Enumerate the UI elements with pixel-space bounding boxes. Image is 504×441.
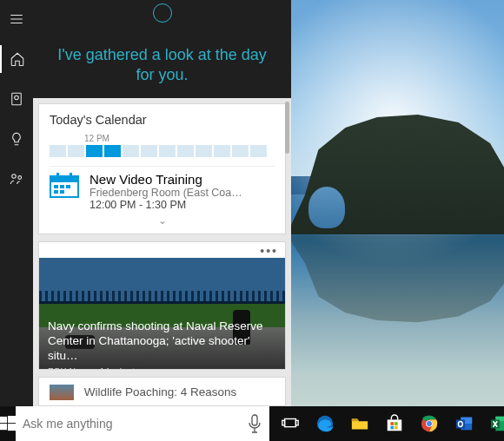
microphone-icon[interactable] [247,414,262,433]
outlook-app-icon[interactable] [452,411,476,436]
feed-scrollbar[interactable] [285,102,289,154]
timeline-hour-label: 12 PM [84,134,275,143]
svg-rect-20 [295,420,298,425]
calendar-event[interactable]: New Video Training Friedenberg Room (Eas… [50,166,275,211]
timeline-slot [232,145,249,157]
news-card-peek[interactable]: Wildlife Poaching: 4 Reasons [38,377,286,406]
calendar-icon [50,172,79,198]
event-title: New Video Training [90,172,242,187]
svg-rect-19 [282,420,285,425]
file-explorer-app-icon[interactable] [348,411,372,436]
svg-rect-18 [285,419,296,427]
timeline-slot [86,145,103,157]
svg-rect-6 [56,173,59,179]
svg-rect-0 [12,93,22,105]
timeline-slot [141,145,157,157]
rail-insights-button[interactable] [0,125,33,153]
taskbar-apps [269,406,504,441]
svg-rect-9 [60,185,64,188]
timeline-slot [104,145,121,157]
chrome-app-icon[interactable] [417,411,441,436]
wallpaper-feature [308,187,345,228]
svg-rect-7 [70,173,72,179]
excel-app-icon[interactable] [487,411,504,436]
news-meta: FOX News · 14 minutes ago [48,366,276,370]
calendar-card-title: Today's Calendar [50,113,275,127]
search-input[interactable] [23,417,247,431]
svg-rect-11 [54,190,58,194]
cortana-search-box[interactable] [16,406,269,441]
cortana-rail [0,0,33,406]
rail-feedback-button[interactable] [0,165,33,193]
edge-app-icon[interactable] [313,411,337,436]
store-app-icon[interactable] [382,411,407,436]
svg-point-29 [427,421,432,426]
cortana-greeting: I've gathered a look at the day for you. [33,30,291,98]
timeline-slot [177,145,194,157]
news-source: FOX News [48,366,92,370]
svg-rect-13 [0,417,7,423]
svg-rect-16 [8,424,16,431]
cortana-ring-icon [153,3,172,23]
news-peek-thumb [50,385,74,400]
cortana-panel: I've gathered a look at the day for you.… [0,0,291,406]
news-image: Navy confirms shooting at Naval Reserve … [39,258,285,370]
timeline-slot [50,145,66,157]
cortana-header: I've gathered a look at the day for you. [33,0,291,98]
timeline-slot [159,145,176,157]
svg-point-3 [18,176,22,180]
svg-rect-12 [60,190,64,194]
svg-rect-10 [66,185,70,188]
svg-rect-15 [0,424,7,430]
timeline-slot [68,145,84,157]
timeline-slot [250,145,267,157]
cortana-feed[interactable]: Today's Calendar 12 PM [33,98,291,406]
svg-rect-14 [8,416,16,423]
svg-point-2 [12,174,17,179]
timeline-slot [196,145,212,157]
start-button[interactable] [0,406,16,441]
event-time: 12:00 PM - 1:30 PM [90,199,242,211]
windows-logo-icon [0,416,16,431]
svg-rect-23 [390,422,394,425]
svg-rect-8 [54,185,58,188]
timeline-slot [214,145,230,157]
news-headline: Navy confirms shooting at Naval Reserve … [48,319,276,364]
calendar-expand-chevron[interactable]: ⌄ [50,214,275,227]
svg-rect-5 [50,176,78,182]
svg-rect-17 [252,415,257,425]
news-card-more-button[interactable]: ••• [39,242,285,258]
calendar-card[interactable]: Today's Calendar 12 PM [38,103,286,234]
news-peek-title: Wildlife Poaching: 4 Reasons [84,385,237,398]
timeline-slot [123,145,139,157]
task-view-button[interactable] [278,411,302,436]
taskbar [0,406,504,441]
news-age: 14 minutes ago [100,366,162,370]
svg-rect-26 [395,426,398,430]
svg-point-1 [15,95,19,100]
rail-notebook-button[interactable] [0,85,33,113]
event-location: Friedenberg Room (East Coa… [90,187,242,199]
rail-menu-button[interactable] [0,5,33,33]
svg-rect-25 [390,426,394,430]
svg-rect-24 [395,422,398,425]
rail-home-button[interactable] [0,45,33,73]
news-card[interactable]: ••• Navy confirms shooting at Naval Rese… [38,241,286,370]
cortana-content: I've gathered a look at the day for you.… [33,0,291,406]
calendar-timeline [50,145,267,157]
